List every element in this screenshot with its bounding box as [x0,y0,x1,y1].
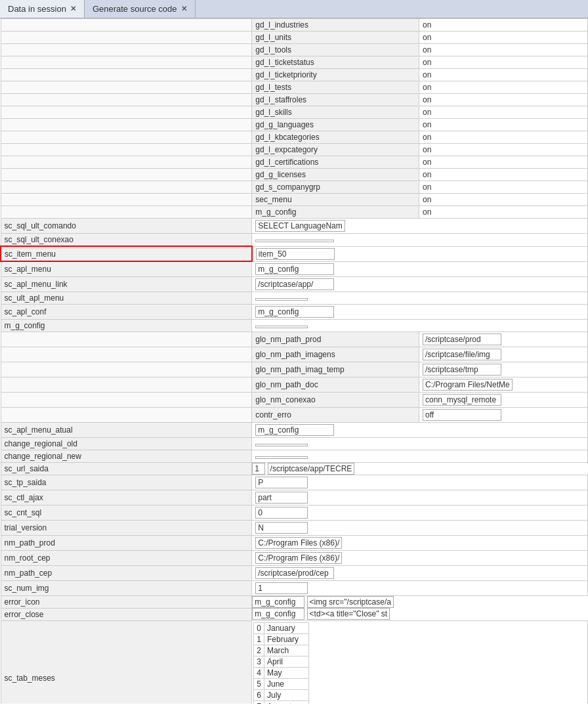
val-contr-erro: off [419,407,588,422]
val-nm-root-cep: C:/Program Files (x86)/ [255,552,342,564]
key-gd-l-ticketpriority: gd_l_ticketpriority [252,69,419,81]
table-row: gd_l_expcategory on [1,144,588,156]
tab-data-in-session[interactable]: Data in session ✕ [0,0,85,18]
val-sc-item-menu: item_50 [256,248,335,260]
table-row: sc_tp_saida P [1,475,588,490]
val-nm-path-cep: /scriptcase/prod/cep [255,567,334,579]
val-glo-nm-path-imagens: /scriptcase/file/img [419,347,588,362]
val-sc-apl-menu-link: /scriptcase/app/ [255,278,334,290]
table-row: error_icon m_g_config <img src="/scriptc… [1,595,588,608]
table-row: gd_l_ticketpriority on [1,69,588,81]
table-row: m_g_config on [1,206,588,219]
val-sc-ctl-ajax: part [255,492,308,504]
table-row: gd_l_ticketstatus on [1,56,588,69]
table-row: gd_l_kbcategories on [1,131,588,144]
key-m-g-config: m_g_config [252,206,419,219]
month-index: 5 [254,678,264,689]
month-name: April [264,656,308,667]
table-row: sc_cnt_sql 0 [1,505,588,520]
key-gd-l-staffroles: gd_l_staffroles [252,94,419,106]
tab-data-in-session-close[interactable]: ✕ [70,5,76,13]
key-sc-num-img: sc_num_img [1,580,252,595]
key-gd-g-languages: gd_g_languages [252,119,419,131]
month-row: 2March [254,645,308,656]
val-gd-l-industries: on [419,19,588,32]
val-sc-url-saida-1: 1 [252,463,265,475]
val-change-regional-new [255,456,308,459]
key-nm-path-cep: nm_path_cep [1,565,252,580]
table-row: m_g_config [1,319,588,332]
month-row: 3April [254,656,308,667]
val-sc-ult-apl-menu [255,298,308,301]
key-sc-apl-menu-atual: sc_apl_menu_atual [1,422,252,437]
val-gd-g-licenses: on [419,169,588,181]
key-sc-url-saida: sc_url_saida [1,462,252,475]
month-name: May [264,667,308,678]
key-gd-s-companygrp: gd_s_companygrp [252,181,419,194]
tab-bar: Data in session ✕ Generate source code ✕ [0,0,588,18]
key-gd-l-tools: gd_l_tools [252,44,419,56]
val-gd-s-companygrp: on [419,181,588,194]
key-glo-nm-path-imag-temp: glo_nm_path_imag_temp [252,362,419,377]
val-gd-l-expcategory: on [419,144,588,156]
val-gd-l-kbcategories: on [419,131,588,144]
val-error-icon-1: m_g_config [252,596,304,608]
key-nm-root-cep: nm_root_cep [1,550,252,565]
month-index: 0 [254,622,264,634]
key-error-icon: error_icon [1,595,252,608]
val-sec-menu: on [419,194,588,206]
table-row: gd_l_units on [1,32,588,44]
val-gd-l-tests: on [419,81,588,94]
month-name: March [264,645,308,656]
key-gd-g-licenses: gd_g_licenses [252,169,419,181]
key-gd-l-units: gd_l_units [252,32,419,44]
val-trial-version: N [255,522,308,534]
key-sec-menu: sec_menu [252,194,419,206]
val-gd-l-certifications: on [419,156,588,169]
key-glo-nm-path-imagens: glo_nm_path_imagens [252,347,419,362]
val-glo-nm-path-imag-temp: /scriptcase/tmp [419,362,588,377]
month-name: February [264,634,308,645]
month-index: 1 [254,634,264,645]
table-row: sc_sql_ult_conexao [1,234,588,247]
key-glo-nm-conexao: glo_nm_conexao [252,392,419,407]
table-row: gd_s_companygrp on [1,181,588,194]
table-row: sc_apl_menu_link /scriptcase/app/ [1,276,588,291]
val-gd-l-ticketstatus: on [419,56,588,69]
table-row: trial_version N [1,520,588,535]
key-nm-path-prod: nm_path_prod [1,535,252,550]
month-index: 7 [254,700,264,704]
val-glo-nm-conexao: conn_mysql_remote [419,392,588,407]
val-error-close-2: <td><a title="Close" st [307,608,390,620]
table-row: gd_g_licenses on [1,169,588,181]
val-sc-apl-menu: m_g_config [255,263,334,275]
table-row: gd_l_certifications on [1,156,588,169]
month-name: August [264,700,308,704]
key-change-regional-new: change_regional_new [1,450,252,462]
tab-generate-source-code-close[interactable]: ✕ [181,5,187,13]
key-sc-tab-meses: sc_tab_meses [1,620,252,704]
val-glo-nm-path-prod: /scriptcase/prod [419,332,588,347]
key-sc-apl-menu-link: sc_apl_menu_link [1,276,252,291]
table-row-sc-tab-meses: sc_tab_meses 0January1February2March3Apr… [1,620,588,704]
table-row: sc_url_saida 1 /scriptcase/app/TECRE [1,462,588,475]
table-row: sc_apl_menu_atual m_g_config [1,422,588,437]
key-gd-l-certifications: gd_l_certifications [252,156,419,169]
val-sc-num-img: 1 [255,582,308,594]
months-table: 0January1February2March3April4May5June6J… [253,622,308,704]
table-row-sc-item-menu: sc_item_menu item_50 [1,246,588,261]
tab-generate-source-code[interactable]: Generate source code ✕ [85,0,196,18]
key-gd-l-ticketstatus: gd_l_ticketstatus [252,56,419,69]
val-m-g-config: on [419,206,588,219]
month-name: January [264,622,308,634]
val-sc-cnt-sql: 0 [255,507,308,519]
table-row: gd_l_staffroles on [1,94,588,106]
key-sc-apl-conf: sc_apl_conf [1,304,252,319]
table-row: change_regional_old [1,437,588,450]
table-row: glo_nm_conexao conn_mysql_remote [1,392,588,407]
table-row: glo_nm_path_imagens /scriptcase/file/img [1,347,588,362]
key-glo-nm-path-doc: glo_nm_path_doc [252,377,419,392]
table-row: sc_apl_conf m_g_config [1,304,588,319]
val-gd-l-skills: on [419,106,588,119]
table-row: nm_path_cep /scriptcase/prod/cep [1,565,588,580]
